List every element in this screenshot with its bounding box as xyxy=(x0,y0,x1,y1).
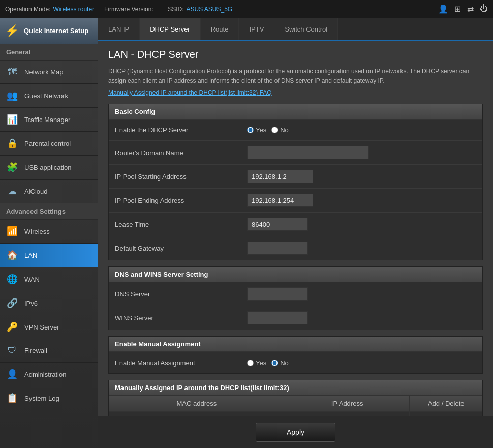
domain-name-input[interactable] xyxy=(247,146,369,159)
add-btn-cell: + xyxy=(410,412,482,416)
sidebar-item-wan[interactable]: 🌐 WAN xyxy=(0,267,98,291)
enable-manual-yes-radio[interactable] xyxy=(247,360,254,366)
ip-pool-start-input[interactable] xyxy=(247,170,313,183)
basic-config-header: Basic Config xyxy=(109,104,482,120)
sidebar-item-traffic-manager[interactable]: 📊 Traffic Manager xyxy=(0,108,98,132)
enable-manual-no-radio[interactable] xyxy=(271,360,278,366)
enable-dhcp-yes-radio[interactable] xyxy=(247,127,254,133)
sidebar-label-lan: LAN xyxy=(24,252,37,259)
tab-switch-control[interactable]: Switch Control xyxy=(274,18,338,40)
sidebar-item-ipv6[interactable]: 🔗 IPv6 xyxy=(0,291,98,315)
mac-input-cell: ▼ xyxy=(109,412,285,416)
mac-table-header: Manually Assigned IP around the DHCP lis… xyxy=(109,380,482,396)
ip-pool-end-input[interactable] xyxy=(247,194,313,207)
domain-name-label: Router's Domain Name xyxy=(115,149,247,157)
manual-assignment-header: Enable Manual Assignment xyxy=(109,337,482,352)
sidebar-item-usb-application[interactable]: 🧩 USB application xyxy=(0,156,98,180)
parental-control-icon: 🔒 xyxy=(5,138,19,149)
share-icon[interactable]: ⇄ xyxy=(467,4,474,14)
advanced-settings-header: Advanced Settings xyxy=(0,203,98,220)
sidebar-label-ipv6: IPv6 xyxy=(24,300,38,307)
user-icon[interactable]: 👤 xyxy=(438,4,448,14)
dns-server-input[interactable] xyxy=(247,287,308,301)
administration-icon: 👤 xyxy=(5,369,19,380)
wins-server-row: WINS Server xyxy=(109,306,482,330)
dns-server-label: DNS Server xyxy=(115,290,247,298)
manual-assignment-section: Enable Manual Assignment Enable Manual A… xyxy=(108,336,483,374)
enable-manual-no[interactable]: No xyxy=(271,359,289,367)
quick-internet-setup[interactable]: ⚡ Quick Internet Setup xyxy=(0,18,98,44)
aicloud-icon: ☁ xyxy=(5,186,19,197)
sidebar-item-parental-control[interactable]: 🔒 Parental control xyxy=(0,132,98,156)
ip-pool-start-label: IP Pool Starting Address xyxy=(115,173,247,181)
faq-link[interactable]: Manually Assigned IP around the DHCP lis… xyxy=(108,89,483,96)
quick-setup-icon: ⚡ xyxy=(5,24,19,38)
footer-bar: Apply xyxy=(98,416,493,448)
ip-pool-end-control xyxy=(247,194,313,207)
lease-time-input[interactable] xyxy=(247,218,308,231)
ip-input-cell xyxy=(285,412,410,416)
fw-label: Firmware Version: xyxy=(104,6,153,13)
tab-route[interactable]: Route xyxy=(201,18,239,40)
dns-server-row: DNS Server xyxy=(109,282,482,306)
wireless-icon: 📶 xyxy=(5,226,19,237)
lan-icon: 🏠 xyxy=(5,250,19,261)
wins-server-input[interactable] xyxy=(247,311,308,324)
enable-dhcp-yes[interactable]: Yes xyxy=(247,126,266,134)
enable-dhcp-no-radio[interactable] xyxy=(271,127,278,133)
traffic-manager-icon: 📊 xyxy=(5,114,19,125)
enable-manual-control: Yes No xyxy=(247,359,289,367)
sidebar-label-traffic-manager: Traffic Manager xyxy=(24,116,70,124)
usb-app-icon: 🧩 xyxy=(5,162,19,173)
default-gateway-row: Default Gateway xyxy=(109,236,482,260)
sidebar-item-firewall[interactable]: 🛡 Firewall xyxy=(0,339,98,363)
sidebar-label-wan: WAN xyxy=(24,276,40,283)
sidebar-item-administration[interactable]: 👤 Administration xyxy=(0,363,98,386)
sidebar-item-lan[interactable]: 🏠 LAN xyxy=(0,244,98,267)
page-description: DHCP (Dynamic Host Configuration Protoco… xyxy=(108,67,483,86)
sidebar-item-aicloud[interactable]: ☁ AiCloud xyxy=(0,180,98,203)
sidebar-item-guest-network[interactable]: 👥 Guest Network xyxy=(0,84,98,108)
tab-lan-ip[interactable]: LAN IP xyxy=(98,18,140,40)
mode-value: Wireless router xyxy=(53,6,94,13)
col-ip-address: IP Address xyxy=(285,396,410,412)
tabs-bar: LAN IP DHCP Server Route IPTV Switch Con… xyxy=(98,18,493,41)
enable-manual-yes[interactable]: Yes xyxy=(247,359,266,367)
main-layout: ⚡ Quick Internet Setup General 🗺 Network… xyxy=(0,18,493,448)
dns-wins-header: DNS and WINS Server Setting xyxy=(109,267,482,282)
general-header: General xyxy=(0,44,98,61)
ip-pool-start-row: IP Pool Starting Address xyxy=(109,165,482,189)
default-gateway-input[interactable] xyxy=(247,242,308,255)
tab-dhcp-server[interactable]: DHCP Server xyxy=(140,18,201,40)
mac-table: MAC address IP Address Add / Delete ▼ xyxy=(109,396,482,416)
ipv6-icon: 🔗 xyxy=(5,297,19,309)
sidebar-item-network-map[interactable]: 🗺 Network Map xyxy=(0,61,98,84)
tab-iptv[interactable]: IPTV xyxy=(239,18,274,40)
sidebar-label-system-log: System Log xyxy=(24,395,59,402)
sidebar-item-vpn-server[interactable]: 🔑 VPN Server xyxy=(0,315,98,339)
fw-version xyxy=(156,6,158,13)
enable-manual-row: Enable Manual Assignment Yes No xyxy=(109,352,482,373)
copy-icon[interactable]: ⊞ xyxy=(454,4,461,14)
content-area: LAN IP DHCP Server Route IPTV Switch Con… xyxy=(98,18,493,448)
enable-dhcp-label: Enable the DHCP Server xyxy=(115,126,247,134)
enable-dhcp-no[interactable]: No xyxy=(271,126,289,134)
wins-server-label: WINS Server xyxy=(115,314,247,322)
sidebar-label-network-map: Network Map xyxy=(24,68,64,76)
sidebar-item-wireless[interactable]: 📶 Wireless xyxy=(0,220,98,244)
default-gateway-label: Default Gateway xyxy=(115,245,247,252)
ssid-values: ASUS ASUS_5G xyxy=(186,6,232,13)
lease-time-row: Lease Time xyxy=(109,213,482,236)
sidebar-item-system-log[interactable]: 📋 System Log xyxy=(0,386,98,410)
wins-server-control xyxy=(247,311,308,324)
domain-name-control xyxy=(247,146,369,159)
sidebar-label-aicloud: AiCloud xyxy=(24,188,48,195)
sidebar-label-guest-network: Guest Network xyxy=(24,92,68,100)
mode-label: Operation Mode: xyxy=(5,6,50,13)
guest-network-icon: 👥 xyxy=(5,90,19,101)
mac-input-row: ▼ + xyxy=(109,412,482,416)
apply-button[interactable]: Apply xyxy=(256,423,335,442)
basic-config-section: Basic Config Enable the DHCP Server Yes … xyxy=(108,104,483,260)
enable-dhcp-control: Yes No xyxy=(247,126,289,134)
power-icon[interactable]: ⏻ xyxy=(480,4,488,14)
